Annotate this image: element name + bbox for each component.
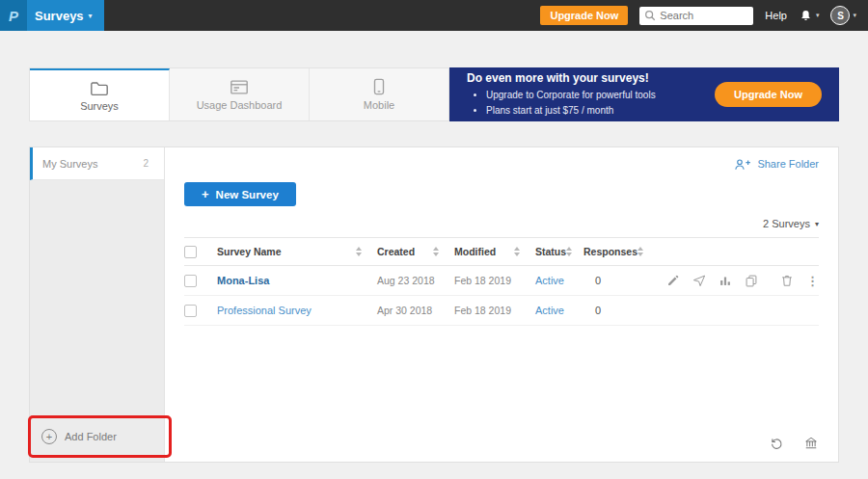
copy-icon[interactable] (745, 274, 758, 287)
sidebar-spacer (30, 180, 164, 419)
dashboard-icon (230, 79, 249, 95)
recycle-bin-icon[interactable] (769, 436, 784, 450)
tab-label: Mobile (364, 99, 394, 111)
modified-date: Feb 18 2019 (454, 275, 535, 286)
trash-icon[interactable] (780, 274, 794, 287)
bell-icon (799, 9, 813, 23)
tab-label: Usage Dashboard (197, 99, 283, 111)
page-body: Surveys Usage Dashboard Mobile Do even m… (0, 31, 868, 463)
avatar: S (830, 6, 850, 25)
share-folder-button[interactable]: Share Folder (184, 147, 819, 180)
header-survey-name[interactable]: Survey Name (217, 246, 377, 257)
card-footer-icons (769, 436, 819, 450)
folders-sidebar: My Surveys 2 + Add Folder (30, 147, 165, 462)
sort-icon[interactable] (433, 247, 439, 256)
tabs: Surveys Usage Dashboard Mobile (29, 67, 449, 121)
folder-count-badge: 2 (143, 158, 149, 169)
tabs-row: Surveys Usage Dashboard Mobile Do even m… (29, 67, 839, 121)
banner-bullet: Upgrade to Corporate for powerful tools (486, 88, 715, 103)
survey-bank-icon[interactable] (803, 436, 819, 450)
report-bar-chart-icon[interactable] (719, 274, 732, 287)
tab-surveys[interactable]: Surveys (30, 68, 170, 120)
upgrade-now-button[interactable]: Upgrade Now (540, 6, 628, 25)
banner-text: Do even more with your surveys! Upgrade … (467, 71, 715, 118)
add-folder-button[interactable]: + Add Folder (30, 419, 164, 454)
table-row: Professional Survey Apr 30 2018 Feb 18 2… (184, 296, 819, 326)
folder-label: My Surveys (42, 158, 97, 170)
sort-icon[interactable] (566, 247, 572, 256)
header-label: Responses (583, 246, 637, 257)
responses-count: 0 (583, 275, 653, 286)
status-badge[interactable]: Active (535, 305, 583, 316)
share-folder-icon (734, 158, 751, 171)
brand-logo: P (0, 0, 27, 31)
folder-icon (90, 80, 109, 96)
row-checkbox[interactable] (184, 275, 197, 287)
banner-title: Do even more with your surveys! (467, 71, 715, 85)
modified-date: Feb 18 2019 (454, 305, 535, 316)
plus-circle-icon: + (41, 429, 57, 444)
header-created[interactable]: Created (377, 246, 454, 257)
tab-label: Surveys (80, 100, 119, 112)
search-icon (644, 10, 656, 21)
chevron-down-icon: ▾ (853, 12, 856, 19)
search-input[interactable] (660, 10, 748, 21)
send-paper-plane-icon[interactable] (692, 274, 706, 287)
surveys-content: Share Folder + New Survey 2 Surveys ▾ Su… (165, 147, 838, 462)
chevron-down-icon: ▾ (89, 12, 93, 20)
banner-bullets: Upgrade to Corporate for powerful tools … (467, 88, 715, 118)
row-actions: ⋮ (653, 274, 819, 287)
toolbar-row: + New Survey (184, 182, 819, 206)
chevron-down-icon: ▾ (815, 220, 819, 228)
tab-usage-dashboard[interactable]: Usage Dashboard (170, 68, 310, 120)
header-label: Status (535, 246, 566, 257)
select-all-checkbox[interactable] (184, 246, 197, 258)
table-header-row: Survey Name Created Modified Status Resp… (184, 237, 819, 266)
banner-bullet: Plans start at just $75 / month (486, 103, 715, 119)
survey-name-link[interactable]: Professional Survey (217, 305, 312, 316)
surveys-count-dropdown[interactable]: 2 Surveys ▾ (184, 218, 819, 229)
new-survey-button[interactable]: + New Survey (184, 182, 296, 206)
banner-upgrade-button[interactable]: Upgrade Now (715, 82, 822, 107)
header-label: Survey Name (217, 246, 282, 257)
sort-icon[interactable] (514, 247, 520, 256)
edit-pencil-icon[interactable] (666, 274, 680, 287)
sort-icon[interactable] (356, 247, 362, 256)
topbar-right: Upgrade Now Help ▾ S ▾ (540, 6, 868, 25)
plus-glyph: + (46, 432, 52, 442)
add-folder-label: Add Folder (65, 431, 117, 442)
header-label: Modified (454, 246, 496, 257)
search-box[interactable] (639, 7, 753, 25)
table-row: Mona-Lisa Aug 23 2018 Feb 18 2019 Active… (184, 266, 819, 296)
responses-count: 0 (583, 305, 653, 316)
app-menu-surveys[interactable]: P Surveys ▾ (0, 0, 104, 31)
surveys-count-label: 2 Surveys (763, 218, 810, 229)
account-menu[interactable]: S ▾ (830, 6, 856, 25)
created-date: Aug 23 2018 (377, 275, 454, 286)
mobile-icon (372, 78, 386, 95)
surveys-panel: My Surveys 2 + Add Folder Share Folder (29, 146, 839, 463)
status-badge[interactable]: Active (535, 275, 583, 286)
plus-icon: + (202, 188, 209, 200)
header-responses[interactable]: Responses (583, 246, 653, 257)
header-status[interactable]: Status (535, 246, 583, 257)
logo-letter: P (9, 8, 18, 24)
sidebar-item-my-surveys[interactable]: My Surveys 2 (30, 147, 164, 180)
row-checkbox[interactable] (184, 305, 197, 317)
app-menu-label: Surveys (35, 9, 84, 23)
chevron-down-icon: ▾ (816, 12, 820, 19)
share-folder-label: Share Folder (757, 158, 819, 170)
help-link[interactable]: Help (765, 10, 787, 21)
sort-icon[interactable] (637, 247, 643, 256)
topbar: P Surveys ▾ Upgrade Now Help ▾ S ▾ (0, 0, 868, 31)
header-modified[interactable]: Modified (454, 246, 535, 257)
created-date: Apr 30 2018 (377, 305, 454, 316)
header-label: Created (377, 246, 415, 257)
new-survey-label: New Survey (216, 189, 279, 200)
survey-name-link[interactable]: Mona-Lisa (217, 275, 269, 286)
upsell-banner: Do even more with your surveys! Upgrade … (449, 67, 839, 121)
tab-mobile[interactable]: Mobile (310, 68, 448, 120)
notifications-menu[interactable]: ▾ (799, 9, 820, 23)
more-options-kebab-icon[interactable]: ⋮ (806, 275, 819, 287)
